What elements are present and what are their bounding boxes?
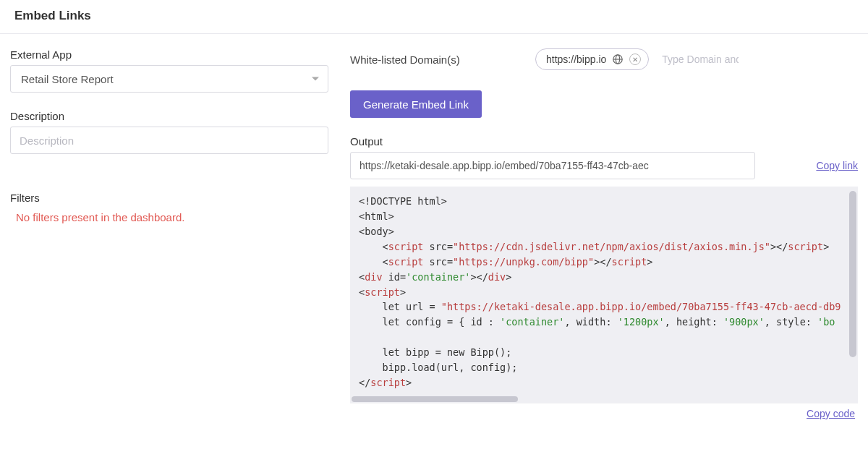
copy-code[interactable]: Copy code (807, 408, 855, 419)
domains-label: White-listed Domain(s) (350, 54, 524, 66)
globe-icon (612, 54, 624, 65)
code-vertical-scrollbar[interactable] (849, 191, 856, 357)
page-title: Embed Links (14, 9, 854, 23)
domain-input[interactable] (660, 53, 740, 66)
external-app-value: Retail Store Report (21, 73, 114, 85)
domain-chip-text: https://bipp.io (546, 54, 606, 65)
output-label: Output (350, 135, 858, 148)
generate-embed-button[interactable]: Generate Embed Link (350, 90, 482, 118)
domain-chip: https://bipp.io ✕ (535, 48, 649, 70)
description-label: Description (10, 110, 328, 122)
external-app-select[interactable]: Retail Store Report (10, 65, 328, 93)
remove-domain-icon[interactable]: ✕ (629, 54, 641, 65)
page-header: Embed Links (0, 0, 868, 34)
description-input[interactable] (10, 127, 328, 154)
no-filters-message: No filters present in the dashboard. (10, 211, 328, 223)
embed-code-block: <!DOCTYPE html> <html> <body> <script sr… (350, 187, 858, 403)
chevron-down-icon (312, 77, 319, 81)
code-horizontal-scrollbar[interactable] (352, 396, 518, 402)
filters-label: Filters (10, 192, 328, 204)
external-app-label: External App (10, 48, 328, 61)
copy-link[interactable]: Copy link (816, 160, 858, 171)
output-url-input[interactable] (350, 152, 755, 179)
